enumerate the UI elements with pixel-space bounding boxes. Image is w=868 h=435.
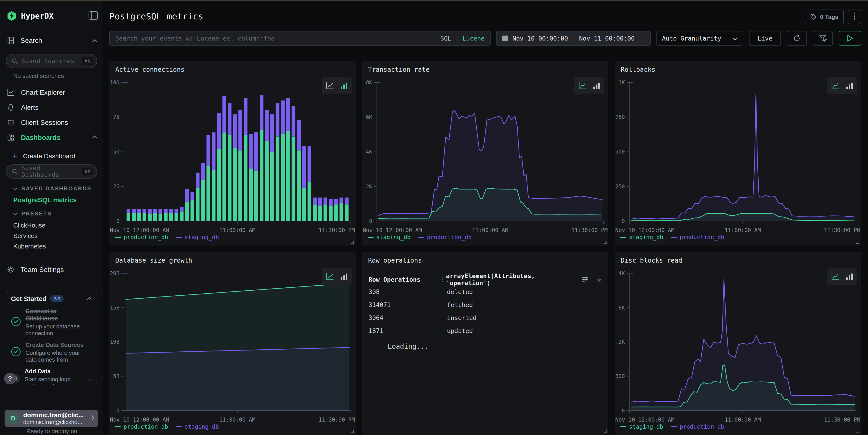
legend-dash [115,237,121,238]
get-started-step-sources[interactable]: Create Data Sources Configure where your… [11,341,92,363]
line-chart-toggle-icon[interactable] [578,81,587,91]
laptop-icon [6,118,15,127]
bar-chart-toggle-icon[interactable] [340,272,348,281]
resize-handle[interactable] [603,430,607,433]
download-icon[interactable] [595,275,603,283]
svg-text:11:30:00 PM: 11:30:00 PM [571,227,608,233]
chevron-up-icon[interactable] [87,297,92,301]
step-subtitle: Start sending logs, metrics, or traces [25,376,80,386]
sidebar-item-label: Chart Explorer [21,89,65,96]
legend-label: staging_db [185,424,219,430]
svg-text:0: 0 [116,408,119,413]
filter-button[interactable] [813,31,833,45]
svg-text:250: 250 [615,183,625,190]
get-started-step-add-data[interactable]: 3 Add Data Start sending logs, metrics, … [11,368,92,386]
sidebar-preset-kubernetes[interactable]: Kubernetes [13,243,46,250]
sidebar-item-alerts[interactable]: Alerts [0,101,103,114]
live-button[interactable]: Live [749,31,781,45]
svg-text:11:00:00 AM: 11:00:00 AM [219,227,255,233]
chevron-up-icon [92,135,98,140]
sidebar-item-chart-explorer[interactable]: Chart Explorer [0,86,103,99]
saved-searches-input[interactable]: Saved Searches ⌘K [6,54,97,68]
line-chart-toggle-icon[interactable] [325,272,335,281]
dashboard-grid: Active connections 0255075100Nov 10 12:0… [110,61,861,435]
table-column-header[interactable]: arrayElement(Attributes, 'operation') [446,272,582,287]
tags-button[interactable]: 0 Tags [805,9,844,24]
svg-text:0: 0 [622,408,625,413]
chart-card-row-operations: Row operations Row Operations ⋮ arrayEle… [362,252,609,435]
saved-dashboards-section-header[interactable]: SAVED DASHBOARDS [13,186,92,192]
table-row[interactable]: 1871updated [362,324,609,337]
sidebar-item-client-sessions[interactable]: Client Sessions [0,116,103,129]
kebab-menu-button[interactable] [848,9,861,24]
chart-line-icon [6,88,15,97]
create-dashboard-button[interactable]: + Create Dashboard [12,152,75,161]
resize-handle[interactable] [351,241,354,244]
section-caps-label: PRESETS [22,210,52,217]
svg-text:Nov 10 12:00:00 AM: Nov 10 12:00:00 AM [615,227,675,233]
page-title: PostgreSQL metrics [110,11,203,22]
sidebar-item-label: Client Sessions [21,119,68,126]
svg-text:11:00:00 AM: 11:00:00 AM [724,416,761,423]
user-account-chip[interactable]: D dominic.tran@clic... dominic.tran@clic… [5,410,98,427]
svg-text:20B: 20B [110,270,119,276]
date-range-value: Nov 10 00:00:00 - Nov 11 00:00:00 [513,35,634,42]
legend-label: production_db [427,234,472,240]
bar-chart-toggle-icon[interactable] [845,81,854,90]
svg-text:Nov 10 12:00:00 AM: Nov 10 12:00:00 AM [110,416,169,423]
help-button[interactable]: ? [4,373,16,384]
table-row[interactable]: 3064inserted [362,311,609,324]
no-saved-searches-note: No saved searches [13,72,64,79]
sidebar-collapse-icon[interactable] [88,11,98,21]
refresh-button[interactable] [787,31,807,45]
chart-card-database-size-growth: Database size growth 05B10B15B20BNov 10 … [110,252,356,435]
resize-handle[interactable] [351,430,354,433]
legend-label: staging_db [629,424,663,430]
sidebar-item-label: Alerts [21,104,38,111]
bar-chart-toggle-icon[interactable] [592,81,601,90]
bar-chart-toggle-icon[interactable] [340,81,348,90]
sidebar-preset-services[interactable]: Services [13,232,38,240]
sql-mode-toggle[interactable]: SQL [440,35,451,42]
legend-dash [176,237,182,238]
run-query-button[interactable] [839,31,861,45]
svg-text:10B: 10B [110,339,119,345]
get-started-step-connect[interactable]: Connect to ClickHouse Set up your databa… [11,307,92,337]
chevron-right-icon [91,415,94,422]
kbd-shortcut: ⌘K [82,168,93,175]
legend-dash [671,237,677,238]
resize-handle[interactable] [857,241,859,244]
legend-label: staging_db [376,234,411,240]
sidebar-item-search[interactable]: Search [6,35,98,46]
table-row[interactable]: 314071fetched [362,298,609,311]
table-column-header[interactable]: Row Operations [369,276,440,283]
line-chart-toggle-icon[interactable] [325,81,335,91]
sidebar-dashboard-postgresql-metrics[interactable]: PostgreSQL metrics [13,196,76,204]
svg-text:1K: 1K [619,79,625,86]
event-search-input[interactable]: Search your events w/ Lucene ex. column:… [110,31,491,45]
line-chart-toggle-icon[interactable] [830,81,840,91]
column-resize-handle-icon[interactable]: ⋮ [440,276,446,283]
dashboard-grid-icon [6,133,15,142]
presets-section-header[interactable]: PRESETS [13,210,52,217]
lucene-mode-toggle[interactable]: Lucene [462,35,485,42]
sidebar-item-team-settings[interactable]: Team Settings [0,263,103,276]
granularity-select[interactable]: Auto Granularity [656,31,743,45]
svg-text:11:00:00 AM: 11:00:00 AM [724,227,761,233]
svg-text:11:30:00 PM: 11:30:00 PM [319,227,355,233]
journal-icon [6,36,15,45]
date-range-picker[interactable]: Nov 10 00:00:00 - Nov 11 00:00:00 [496,31,651,45]
chart-title: Active connections [115,66,184,73]
line-chart-toggle-icon[interactable] [830,272,840,281]
table-row[interactable]: 308deleted [362,286,609,298]
legend-dash [620,426,626,427]
resize-handle[interactable] [857,430,859,433]
main-content: PostgreSQL metrics 0 Tags Search your ev… [103,0,868,435]
sidebar-preset-clickhouse[interactable]: ClickHouse [13,222,45,229]
resize-handle[interactable] [603,241,607,244]
sidebar-item-dashboards[interactable]: Dashboards [0,131,103,144]
bar-chart-toggle-icon[interactable] [845,272,854,281]
wrap-text-icon[interactable] [582,275,589,283]
saved-dashboards-input[interactable]: Saved Dashboards ⌘K [6,164,97,178]
svg-text:75: 75 [113,114,119,120]
